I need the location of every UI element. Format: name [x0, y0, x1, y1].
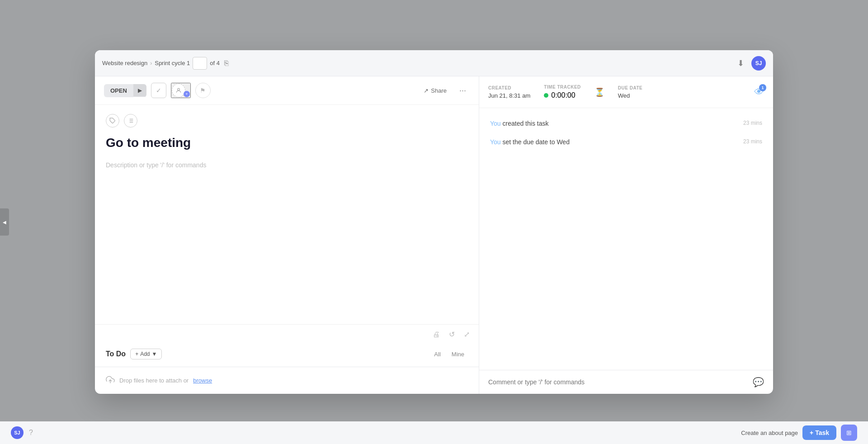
list-button[interactable] — [124, 114, 137, 128]
task-info-bar: CREATED Jun 21, 8:31 am TIME TRACKED 0:0… — [479, 76, 773, 108]
open-button-group: OPEN ▶ — [104, 84, 146, 97]
drop-zone: Drop files here to attach or browse — [95, 367, 479, 394]
activity-actor-1: You — [490, 120, 501, 127]
assignee-button[interactable]: + — [171, 83, 191, 98]
left-panel: OPEN ▶ ✓ + ⚑ — [95, 76, 479, 394]
activity-feed: You created this task 23 mins You set th… — [479, 108, 773, 370]
top-bar-right: ⬇ SJ — [736, 56, 766, 71]
add-dropdown-icon: ▼ — [152, 351, 157, 357]
top-bar: Website redesign › Sprint cycle 1 2 of 4… — [95, 50, 773, 76]
bottom-left: SJ ? — [11, 426, 33, 439]
user-avatar-bottom[interactable]: SJ — [11, 426, 24, 439]
open-button[interactable]: OPEN — [104, 84, 133, 97]
filter-group: All Mine — [430, 349, 468, 359]
history-button[interactable]: ↺ — [447, 328, 457, 340]
svg-point-0 — [178, 88, 180, 90]
todo-label: To Do — [106, 350, 126, 358]
help-button[interactable]: ? — [29, 429, 33, 437]
right-panel: CREATED Jun 21, 8:31 am TIME TRACKED 0:0… — [479, 76, 773, 394]
comment-input[interactable] — [488, 378, 753, 386]
open-dropdown-button[interactable]: ▶ — [133, 84, 146, 97]
watch-count-badge: 1 — [759, 84, 766, 91]
task-meta-icons — [106, 114, 468, 128]
upload-icon — [106, 375, 115, 386]
created-info: CREATED Jun 21, 8:31 am — [488, 85, 530, 99]
modal-overlay: ◀ Website redesign › Sprint cycle 1 2 of… — [0, 0, 868, 444]
due-date-value[interactable]: Wed — [618, 92, 642, 99]
activity-item-2: You set the due date to Wed 23 mins — [490, 137, 762, 147]
filter-mine-button[interactable]: Mine — [448, 349, 468, 359]
task-description[interactable]: Description or type '/' for commands — [106, 160, 468, 170]
time-tracked-label: TIME TRACKED — [544, 85, 581, 90]
activity-text-2: You set the due date to Wed — [490, 137, 570, 147]
comment-send-button[interactable]: 💬 — [753, 377, 764, 387]
bottom-bar: SJ ? Create an about page + Task ⊞ — [0, 421, 868, 444]
task-content: Go to meeting Description or type '/' fo… — [95, 105, 479, 324]
drop-text: Drop files here to attach or — [119, 377, 189, 384]
bottom-right: Create an about page + Task ⊞ — [741, 425, 857, 441]
apps-button[interactable]: ⊞ — [841, 425, 857, 441]
created-label: CREATED — [488, 85, 530, 90]
browse-link[interactable]: browse — [193, 377, 212, 384]
print-button[interactable]: 🖨 — [431, 329, 442, 340]
task-actions-bar: 🖨 ↺ ⤢ — [95, 324, 479, 344]
breadcrumb: Website redesign › Sprint cycle 1 2 of 4… — [102, 57, 231, 70]
activity-text-1: You created this task — [490, 119, 548, 128]
task-title[interactable]: Go to meeting — [106, 135, 468, 151]
modal-body: OPEN ▶ ✓ + ⚑ — [95, 76, 773, 394]
create-task-button[interactable]: + Task — [802, 425, 836, 440]
activity-action-1: created this task — [503, 120, 549, 127]
breadcrumb-separator: › — [150, 60, 152, 66]
time-tracked-value: 0:00:00 — [551, 91, 575, 99]
copy-link-button[interactable]: ⎘ — [222, 58, 231, 68]
filter-all-button[interactable]: All — [430, 349, 444, 359]
page-total: of 4 — [210, 60, 220, 66]
comment-box: 💬 — [479, 370, 773, 394]
time-tracked-value-row: 0:00:00 — [544, 91, 581, 99]
add-label: Add — [140, 351, 150, 357]
hourglass-icon[interactable]: ⏳ — [594, 87, 604, 97]
created-value: Jun 21, 8:31 am — [488, 92, 530, 99]
task-modal: Website redesign › Sprint cycle 1 2 of 4… — [95, 50, 773, 394]
todo-header: To Do + Add ▼ All Mine — [106, 349, 468, 359]
more-options-button[interactable]: ··· — [456, 84, 470, 97]
due-date-label: DUE DATE — [618, 85, 642, 90]
assignee-icon — [172, 84, 185, 97]
add-assignee-badge: + — [184, 91, 190, 97]
activity-time-1: 23 mins — [743, 119, 762, 126]
due-date-info: DUE DATE Wed — [618, 85, 642, 99]
user-avatar[interactable]: SJ — [751, 56, 766, 71]
activity-action-2: set the due date to Wed — [503, 138, 570, 146]
expand-button[interactable]: ⤢ — [462, 328, 472, 340]
todo-section: To Do + Add ▼ All Mine — [95, 344, 479, 367]
add-icon: + — [135, 351, 138, 357]
activity-actor-2: You — [490, 138, 501, 146]
time-tracked-info: TIME TRACKED 0:00:00 — [544, 85, 581, 99]
watch-button[interactable]: 👁 1 — [754, 86, 764, 98]
add-todo-button[interactable]: + Add ▼ — [130, 349, 162, 359]
complete-button[interactable]: ✓ — [151, 83, 166, 98]
sidebar-handle[interactable]: ◀ — [0, 208, 9, 236]
task-toolbar: OPEN ▶ ✓ + ⚑ — [95, 76, 479, 105]
activity-time-2: 23 mins — [743, 137, 762, 145]
flag-button[interactable]: ⚑ — [195, 83, 211, 98]
create-page-button[interactable]: Create an about page — [741, 430, 798, 436]
timer-active-dot — [544, 93, 548, 98]
minimize-button[interactable]: ⬇ — [736, 57, 746, 70]
share-button[interactable]: ↗ Share — [419, 85, 451, 97]
tags-button[interactable] — [106, 114, 119, 128]
breadcrumb-sprint[interactable]: Sprint cycle 1 — [155, 60, 190, 66]
page-number-input[interactable]: 2 — [193, 57, 207, 70]
share-label: Share — [431, 87, 447, 94]
activity-item: You created this task 23 mins — [490, 119, 762, 128]
breadcrumb-project[interactable]: Website redesign — [102, 60, 147, 66]
share-icon: ↗ — [424, 87, 429, 94]
